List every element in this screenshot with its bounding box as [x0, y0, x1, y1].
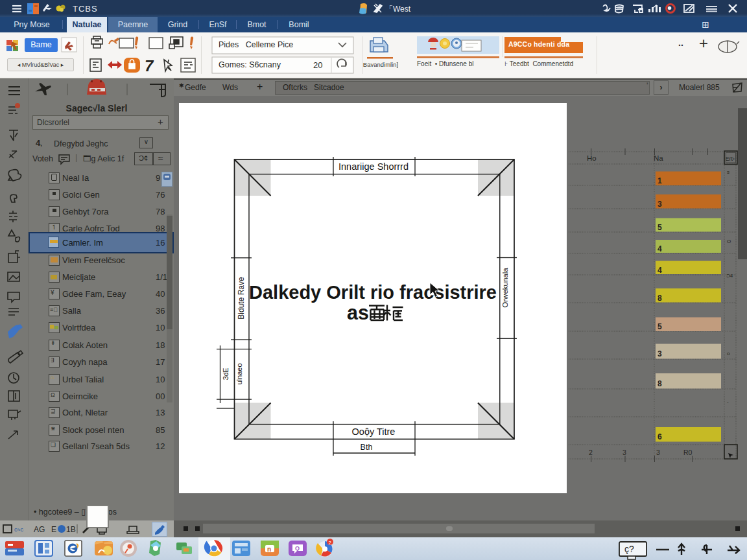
svg-text:2: 2: [329, 540, 332, 546]
svg-text:3: 3: [622, 449, 626, 456]
svg-text:Q: Q: [295, 545, 300, 552]
svg-text:n: n: [267, 546, 271, 553]
svg-text:4: 4: [658, 244, 662, 253]
svg-text:8: 8: [658, 294, 662, 303]
svg-text:8: 8: [658, 379, 662, 388]
svg-text:AG: AG: [34, 525, 45, 534]
svg-text:3: 3: [656, 449, 660, 456]
svg-text:as: as: [347, 301, 369, 323]
svg-text:4: 4: [658, 266, 662, 275]
svg-text:O: O: [727, 239, 731, 244]
svg-text:ç?: ç?: [624, 544, 634, 554]
svg-text:3: 3: [658, 349, 662, 358]
svg-text:7: 7: [145, 57, 154, 75]
svg-text:1B: 1B: [66, 525, 76, 534]
svg-text:3: 3: [658, 200, 662, 209]
svg-text:Dalkedy Orilt rio fracsistrire: Dalkedy Orilt rio fracsistrire: [249, 282, 497, 303]
svg-text:Ooộy Titre: Ooộy Titre: [352, 426, 396, 437]
svg-text:5: 5: [658, 223, 662, 232]
svg-text:ulnaeo: ulnaeo: [235, 363, 243, 384]
svg-text:s: s: [727, 169, 729, 175]
svg-text:c≈c: c≈c: [14, 526, 23, 533]
svg-text:2: 2: [589, 449, 593, 456]
svg-text:Ͻ4: Ͻ4: [726, 273, 733, 279]
svg-text:Ho: Ho: [587, 154, 597, 162]
svg-text:Bth: Bth: [361, 443, 373, 452]
svg-text:6: 6: [658, 432, 662, 441]
svg-text:-: -: [727, 399, 729, 405]
svg-text:Innariige Shorrrd: Innariige Shorrrd: [338, 161, 409, 172]
svg-text:Orwekunala: Orwekunala: [501, 268, 509, 308]
svg-text:E: E: [51, 525, 56, 534]
svg-text:1: 1: [658, 176, 662, 185]
svg-text:ЗdE: ЗdE: [222, 368, 230, 380]
svg-text:Na: Na: [654, 154, 663, 162]
svg-text:5: 5: [658, 322, 662, 331]
svg-text:R0: R0: [683, 449, 693, 456]
svg-text:o: o: [727, 351, 730, 356]
svg-text:Bidute Rave: Bidute Rave: [237, 277, 246, 320]
svg-text:Ert›: Ert›: [726, 156, 735, 162]
